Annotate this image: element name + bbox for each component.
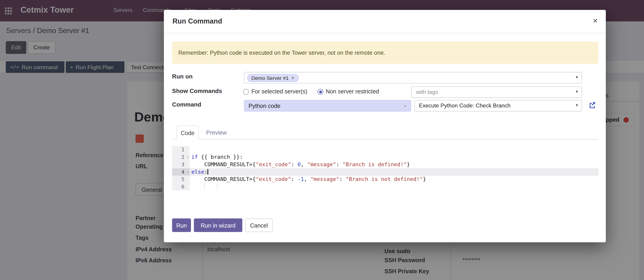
- code-line: 1: [172, 146, 598, 154]
- code-line: 2▾if {{ branch }}:: [172, 153, 598, 161]
- code-line-text: [190, 183, 598, 190]
- fold-caret-icon[interactable]: ▾: [187, 153, 189, 161]
- line-number: 6: [172, 183, 190, 190]
- code-line: 6: [172, 183, 598, 190]
- run-in-wizard-button[interactable]: Run in wizard: [194, 218, 242, 232]
- run-command-modal: Run Command ✕ Remember: Python code is e…: [164, 10, 606, 242]
- server-tag: Demo Server #1 ✕: [247, 74, 298, 82]
- run-button[interactable]: Run: [172, 218, 191, 232]
- code-line-text: [190, 146, 598, 154]
- with-tags-select[interactable]: with tags ▾: [411, 86, 582, 98]
- command-value: Execute Python Code: Check Branch: [419, 102, 510, 108]
- tab-preview[interactable]: Preview: [202, 125, 230, 139]
- code-line-text: else:: [190, 168, 598, 176]
- show-commands-label: Show Commands: [172, 87, 222, 94]
- line-number: 1: [172, 146, 190, 154]
- run-on-label: Run on: [172, 73, 192, 80]
- code-line-text: COMMAND_RESULT={"exit_code": -1, "messag…: [190, 176, 598, 183]
- command-type-select[interactable]: Python code ⌄: [244, 100, 411, 111]
- code-line: 4▾else:: [172, 168, 598, 176]
- command-label: Command: [172, 101, 201, 108]
- command-type-value: Python code: [248, 102, 280, 109]
- line-number: 4▾: [172, 168, 190, 176]
- fold-caret-icon[interactable]: ▾: [187, 168, 189, 176]
- caret-down-icon: ▾: [576, 75, 578, 79]
- code-editor-lines: 12▾if {{ branch }}:3 COMMAND_RESULT={"ex…: [172, 146, 598, 190]
- cancel-button[interactable]: Cancel: [245, 218, 273, 232]
- line-number: 2▾: [172, 153, 190, 161]
- server-tag-label: Demo Server #1: [251, 75, 289, 81]
- tab-code[interactable]: Code: [176, 125, 198, 140]
- modal-header: Run Command ✕: [164, 10, 606, 34]
- code-line-text: COMMAND_RESULT={"exit_code": 0, "message…: [190, 161, 598, 168]
- close-icon[interactable]: ✕: [592, 17, 598, 25]
- external-link-icon[interactable]: [588, 101, 596, 108]
- modal-title: Run Command: [172, 17, 222, 25]
- screenshot-root: Cetmix Tower Servers Commands Files Tool…: [0, 0, 644, 280]
- text-cursor: [208, 169, 208, 175]
- command-select[interactable]: Execute Python Code: Check Branch ▾: [414, 100, 582, 111]
- caret-down-icon: ▾: [576, 89, 578, 94]
- caret-down-icon: ▾: [576, 103, 578, 107]
- modal-tabs: Code Preview: [172, 125, 598, 139]
- code-line: 5 COMMAND_RESULT={"exit_code": -1, "mess…: [172, 176, 598, 183]
- code-line-text: if {{ branch }}:: [190, 153, 598, 161]
- line-number: 5: [172, 176, 190, 183]
- warning-alert: Remember: Python code is executed on the…: [172, 42, 598, 64]
- line-number: 3: [172, 161, 190, 168]
- code-editor[interactable]: 12▾if {{ branch }}:3 COMMAND_RESULT={"ex…: [172, 146, 598, 190]
- radio-for-selected-servers-label[interactable]: For selected server(s): [251, 88, 307, 94]
- code-line: 3 COMMAND_RESULT={"exit_code": 0, "messa…: [172, 161, 598, 168]
- with-tags-placeholder: with tags: [416, 89, 438, 95]
- warning-alert-text: Remember: Python code is executed on the…: [178, 49, 385, 56]
- chevron-down-icon: ⌄: [404, 103, 407, 107]
- run-on-field[interactable]: Demo Server #1 ✕ ▾: [244, 72, 582, 83]
- radio-non-server-restricted-label[interactable]: Non server restricted: [326, 88, 379, 94]
- radio-for-selected-servers[interactable]: [243, 89, 249, 94]
- radio-non-server-restricted[interactable]: [318, 89, 323, 94]
- remove-tag-icon[interactable]: ✕: [291, 76, 294, 80]
